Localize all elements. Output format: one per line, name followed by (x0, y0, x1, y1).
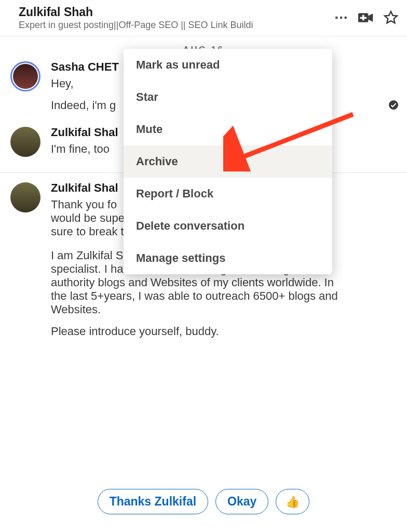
menu-item-report-block[interactable]: Report / Block (124, 178, 332, 210)
video-plus-icon[interactable] (358, 10, 374, 25)
svg-rect-5 (360, 17, 367, 19)
read-status-icon (388, 100, 399, 112)
message-line: Thank you fo (51, 198, 117, 211)
chat-header: Zulkifal Shah Expert in guest posting||O… (0, 0, 407, 36)
star-icon[interactable] (383, 10, 399, 25)
quick-replies: Thanks Zulkifal Okay 👍 (0, 484, 407, 520)
header-subtitle: Expert in guest posting||Off-Page SEO ||… (19, 20, 289, 31)
svg-point-1 (340, 17, 343, 19)
more-icon[interactable] (333, 10, 349, 25)
header-title: Zulkifal Shah (19, 5, 329, 20)
header-actions (333, 10, 399, 25)
menu-item-star[interactable]: Star (124, 81, 332, 113)
menu-item-delete-conversation[interactable]: Delete conversation (124, 210, 332, 242)
avatar[interactable] (10, 182, 40, 212)
menu-item-archive[interactable]: Archive (124, 145, 332, 178)
svg-point-0 (335, 17, 338, 19)
overflow-menu: Mark as unread Star Mute Archive Report … (124, 49, 332, 274)
svg-point-6 (389, 100, 398, 110)
menu-item-mute[interactable]: Mute (124, 113, 332, 145)
quick-reply-thumbs-up[interactable]: 👍 (276, 489, 309, 514)
svg-point-2 (344, 17, 347, 19)
message-line: Please introduce yourself, buddy. (51, 325, 342, 338)
quick-reply-okay[interactable]: Okay (215, 489, 268, 514)
quick-reply-thanks[interactable]: Thanks Zulkifal (98, 489, 208, 514)
avatar[interactable] (10, 127, 40, 157)
menu-item-manage-settings[interactable]: Manage settings (124, 242, 332, 274)
avatar[interactable] (10, 61, 40, 91)
header-text[interactable]: Zulkifal Shah Expert in guest posting||O… (19, 5, 329, 31)
menu-item-mark-unread[interactable]: Mark as unread (124, 49, 332, 81)
